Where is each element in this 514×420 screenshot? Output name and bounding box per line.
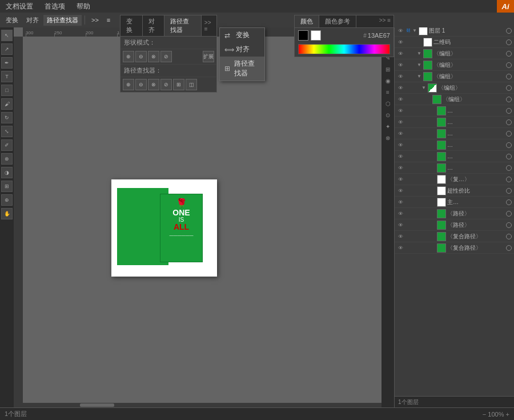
color-tab-color[interactable]: 颜色 <box>295 15 319 27</box>
gradient-tool[interactable]: ◑ <box>1 167 13 178</box>
swatch-black[interactable] <box>298 30 308 41</box>
layer-select-circle[interactable] <box>506 131 512 137</box>
layer-eye-icon[interactable]: 👁 <box>396 72 405 81</box>
select-tool[interactable]: ↖ <box>1 30 13 41</box>
toolbar-extra[interactable]: >> <box>88 15 102 25</box>
layer-expand-arrow[interactable]: ▼ <box>421 85 427 91</box>
layer-select-circle[interactable] <box>506 85 512 91</box>
shape-unite[interactable]: ⊕ <box>123 51 134 62</box>
zoom-tool[interactable]: ⊕ <box>1 194 13 206</box>
rotate-tool[interactable]: ↻ <box>1 112 13 123</box>
layer-item[interactable]: 👁… <box>395 162 514 174</box>
layer-eye-icon[interactable]: 👁 <box>396 83 405 93</box>
layer-select-circle[interactable] <box>506 188 512 194</box>
scale-tool[interactable]: ⤡ <box>1 126 13 137</box>
layer-select-circle[interactable] <box>506 142 512 148</box>
color-spectrum[interactable] <box>298 44 390 54</box>
layer-eye-icon[interactable]: 👁 <box>396 118 405 127</box>
layer-item[interactable]: 👁〈复…〉 <box>395 174 514 185</box>
dropdown-align[interactable]: ⟺ 对齐 <box>220 42 264 57</box>
eyedropper-tool[interactable]: ✐ <box>1 139 13 151</box>
pf-2[interactable]: ⊖ <box>135 79 147 90</box>
layer-expand-arrow[interactable]: ▼ <box>412 28 417 34</box>
panel-tab-align[interactable]: 对齐 <box>143 15 165 36</box>
layer-item[interactable]: 👁… <box>395 117 514 128</box>
layer-item[interactable]: 👁… <box>395 151 514 162</box>
layer-item[interactable]: 👁主… <box>395 197 514 208</box>
menu-help[interactable]: 帮助 <box>74 1 93 13</box>
menu-shoux[interactable]: 首选项 <box>42 1 67 13</box>
layer-select-circle[interactable] <box>506 119 512 125</box>
color-tab-ref[interactable]: 颜色参考 <box>319 15 356 27</box>
panel-extra[interactable]: >> ≡ <box>202 18 216 34</box>
h-scrollbar-thumb[interactable] <box>80 403 114 407</box>
zoom-out-icon[interactable]: − <box>483 411 486 418</box>
layer-eye-icon[interactable]: 👁 <box>396 129 405 138</box>
layer-select-circle[interactable] <box>506 199 512 205</box>
layer-item[interactable]: 👁〈路径〉 <box>395 219 514 231</box>
panel-tab-pathfinder[interactable]: 路径查找器 <box>164 15 202 36</box>
right-tool-9[interactable]: ✦ <box>383 121 393 131</box>
layer-eye-icon[interactable]: 👁 <box>396 61 405 70</box>
h-scrollbar[interactable] <box>23 403 389 407</box>
layer-select-circle[interactable] <box>506 211 512 217</box>
layer-expand-arrow[interactable]: ▼ <box>416 51 422 57</box>
layer-eye-icon[interactable]: 👁 <box>396 209 405 218</box>
color-extra[interactable]: >> ≡ <box>376 15 393 27</box>
layer-select-circle[interactable] <box>506 222 512 228</box>
layer-select-circle[interactable] <box>506 97 512 102</box>
brush-tool[interactable]: 🖌 <box>1 98 13 110</box>
layer-eye-icon[interactable]: 👁 <box>396 232 405 241</box>
layer-item[interactable]: 👁… <box>395 139 514 151</box>
shape-intersect[interactable]: ⊗ <box>148 51 159 62</box>
shape-tool[interactable]: □ <box>1 85 13 96</box>
layer-select-circle[interactable] <box>506 154 512 159</box>
right-tool-7[interactable]: ⬡ <box>383 98 393 109</box>
layer-eye-icon[interactable]: 👁 <box>396 186 405 195</box>
pathfinder-tab[interactable]: 路径查找器 <box>43 15 82 26</box>
layer-eye-icon[interactable]: 👁 <box>396 198 405 207</box>
layer-eye-icon[interactable]: 👁 <box>396 221 405 230</box>
panel-tab-transform[interactable]: 变换 <box>121 15 143 36</box>
layer-select-circle[interactable] <box>506 74 512 79</box>
layer-item[interactable]: 👁〈复合路径〉 <box>395 242 514 254</box>
dropdown-transform[interactable]: ⇄ 变换 <box>220 28 264 42</box>
right-tool-4[interactable]: ⊞ <box>383 64 393 74</box>
layer-eye-icon[interactable]: 👁 <box>396 106 405 115</box>
layer-item[interactable]: 👁超性价比 <box>395 185 514 197</box>
dropdown-pathfinder[interactable]: ⊞ 路径查找器 <box>220 57 264 81</box>
right-tool-6[interactable]: ≡ <box>383 87 393 97</box>
pen-tool[interactable]: ✒ <box>1 57 13 69</box>
layer-item[interactable]: 👁▼〈编组〉 <box>395 71 514 82</box>
layer-expand-arrow[interactable]: ▼ <box>416 62 422 68</box>
layer-eye-icon[interactable]: 👁 <box>396 243 405 253</box>
swatch-white[interactable] <box>311 30 321 41</box>
expand-btn[interactable]: 扩展 <box>203 51 214 62</box>
pf-3[interactable]: ⊗ <box>148 79 159 90</box>
right-tool-8[interactable]: ⊙ <box>383 110 393 120</box>
hex-value[interactable]: 13AE67 <box>368 32 390 39</box>
layer-item[interactable]: 👁〈编组〉 <box>395 94 514 105</box>
layer-select-circle[interactable] <box>506 28 512 34</box>
layer-select-circle[interactable] <box>506 39 512 45</box>
menu-wendan[interactable]: 文档设置 <box>3 1 35 13</box>
zoom-controls[interactable]: − 100% + <box>483 411 509 418</box>
layer-item[interactable]: 👁… <box>395 128 514 139</box>
layer-eye-icon[interactable]: 👁 <box>396 49 405 58</box>
align-tab[interactable]: 对齐 <box>23 15 42 26</box>
right-tool-10[interactable]: ⊗ <box>383 133 393 143</box>
pf-1[interactable]: ⊕ <box>123 79 134 90</box>
layer-select-circle[interactable] <box>506 177 512 182</box>
layer-item[interactable]: 👁▼〈编组〉 <box>395 82 514 94</box>
layer-eye-icon[interactable]: 👁 <box>396 175 405 184</box>
layer-item[interactable]: 👁… <box>395 105 514 117</box>
right-tool-5[interactable]: ◉ <box>383 75 393 86</box>
layer-eye-icon[interactable]: 👁 <box>396 38 405 47</box>
blend-tool[interactable]: ⊗ <box>1 153 13 165</box>
layer-select-circle[interactable] <box>506 165 512 171</box>
layer-eye-icon[interactable]: 👁 <box>396 141 405 150</box>
layer-item[interactable]: 👁〈路径〉 <box>395 208 514 219</box>
layer-item[interactable]: 👁二维码 <box>395 37 514 48</box>
layer-item[interactable]: 👁〈复合路径〉 <box>395 231 514 242</box>
pf-5[interactable]: ⊞ <box>173 79 184 90</box>
